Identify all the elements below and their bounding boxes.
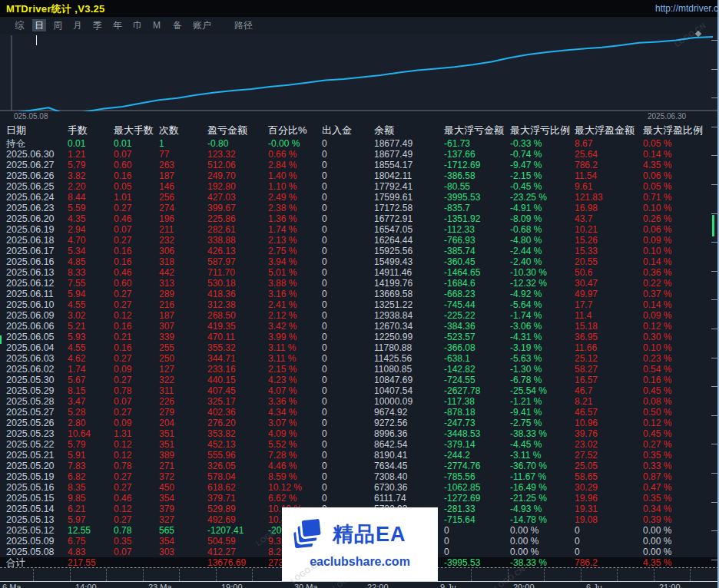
menu-item-8[interactable]: 备 (171, 19, 184, 31)
value-cell: 1.74 % (268, 224, 322, 235)
table-row[interactable]: 2025.05.305.670.27322440.154.23 %010847.… (0, 375, 719, 385)
value-cell: 233.16 (207, 364, 268, 375)
menu-item-9[interactable]: 账户 (191, 19, 214, 31)
value-cell: -61.73 (444, 138, 510, 149)
table-row[interactable]: 2025.06.275.790.60263512.062.84 %018554.… (0, 160, 719, 170)
value-cell: 306 (159, 246, 207, 256)
table-row[interactable]: 持仓0.010.011-0.80-0.00 %018677.49-61.73-0… (0, 138, 719, 149)
value-cell: 0 (322, 299, 374, 310)
menu-item-2[interactable]: 周 (51, 19, 65, 31)
date-cell: 2025.06.10 (6, 299, 68, 310)
menu-item-3[interactable]: 月 (71, 19, 84, 31)
value-cell: -1684.6 (444, 278, 510, 289)
value-cell: 0.23 % (643, 353, 719, 364)
value-cell: 226 (159, 396, 207, 407)
table-header-row: 日期手数最大手数次数盈亏金额百分比%出入金余额最大浮亏金额最大浮亏比例最大浮盈金… (0, 124, 719, 137)
table-row[interactable]: 2025.05.215.910.12389555.967.28 %08190.4… (0, 450, 719, 461)
menu-item-10[interactable]: 路径 (232, 19, 255, 31)
value-cell: 0.27 (114, 407, 159, 418)
table-row[interactable]: 2025.06.204.350.46196225.861.36 %016772.… (0, 213, 719, 224)
menu-item-5[interactable]: 年 (111, 19, 124, 31)
table-row[interactable]: 2025.05.275.280.27279402.364.34 %09674.9… (0, 407, 719, 418)
value-cell: 0 (322, 407, 374, 418)
vendor-url-link[interactable]: http://mtdriver.c (655, 3, 718, 14)
table-row[interactable]: 2025.05.196.820.27372578.048.59 %07308.4… (0, 471, 719, 482)
table-row[interactable]: 2025.06.184.700.27232338.882.13 %016264.… (0, 235, 719, 246)
column-header-11: 最大浮盈比例 (643, 124, 719, 137)
value-cell: 17792.41 (374, 181, 444, 192)
table-row[interactable]: 2025.05.168.350.27450618.6210.12 %06730.… (0, 482, 719, 493)
table-row[interactable]: 2025.06.093.020.12187268.502.12 %012938.… (0, 310, 719, 321)
value-cell: 225.86 (207, 213, 268, 224)
value-cell: 407.45 (207, 385, 268, 396)
value-cell: -14.78 % (510, 514, 575, 525)
table-row[interactable]: 2025.06.065.210.16307419.353.42 %012670.… (0, 321, 719, 332)
table-row[interactable]: 2025.05.207.830.78271326.054.46 %07634.4… (0, 461, 719, 471)
value-cell: 0 (322, 278, 374, 289)
value-cell: -16.49 % (510, 482, 575, 493)
value-cell: 402.36 (207, 407, 268, 418)
table-row[interactable]: 2025.06.115.940.27289418.363.16 %013669.… (0, 289, 719, 299)
value-cell: 354 (159, 493, 207, 504)
value-cell: 0.78 (114, 525, 159, 536)
table-row[interactable]: 2025.06.034.620.27250344.713.11 %011425.… (0, 353, 719, 364)
value-cell: 0 (322, 289, 374, 299)
table-row[interactable]: 2025.06.252.200.05146192.801.10 %017792.… (0, 181, 719, 192)
value-cell: 0 (322, 246, 374, 256)
table-row[interactable]: 2025.06.104.550.27216312.382.41 %013251.… (0, 299, 719, 310)
table-row[interactable]: 2025.06.044.550.16255355.323.11 %011780.… (0, 342, 719, 353)
value-cell: 11780.88 (374, 342, 444, 353)
value-cell: 196 (159, 213, 207, 224)
menu-item-7[interactable]: M (151, 19, 163, 31)
value-cell: 216 (159, 299, 207, 310)
table-row[interactable]: 2025.05.283.470.07226325.173.36 %010000.… (0, 396, 719, 407)
value-cell: 426.13 (207, 246, 268, 256)
value-cell: 0.50 % (643, 407, 719, 418)
value-cell: 9674.92 (374, 407, 444, 418)
value-cell: 0.46 (114, 267, 159, 278)
chart-cursor-line (36, 35, 37, 45)
value-cell: 4.35 % (643, 160, 719, 170)
menu-item-0[interactable]: 综 (12, 19, 26, 31)
value-cell: 0.27 (114, 289, 159, 299)
menu-item-6[interactable]: 巾 (131, 19, 144, 31)
right-scale-tick (711, 444, 717, 444)
value-cell: 0 (322, 450, 374, 461)
table-row[interactable]: 2025.05.159.850.46354379.716.62 %06111.7… (0, 493, 719, 504)
table-row[interactable]: 2025.06.263.820.16187249.701.40 %018042.… (0, 170, 719, 181)
value-cell: 0.66 % (268, 149, 322, 160)
table-row[interactable]: 2025.06.248.441.01256427.032.49 %017599.… (0, 192, 719, 203)
table-row[interactable]: 2025.06.192.940.07211282.611.74 %016547.… (0, 224, 719, 235)
table-row[interactable]: 2025.06.127.550.60313530.183.88 %014199.… (0, 278, 719, 289)
table-row[interactable]: 2025.06.301.210.0777123.320.66 %018677.4… (0, 149, 719, 160)
value-cell: 0.00 % (643, 536, 719, 547)
table-row[interactable]: 2025.06.138.330.46442711.705.01 %014911.… (0, 267, 719, 278)
window-title: MTDriver统计 ,V3.25 (6, 2, 105, 16)
right-scale-tick (711, 329, 717, 329)
value-cell: 12670.34 (374, 321, 444, 332)
time-axis-label: 30 Ma (294, 583, 318, 588)
date-cell: 2025.06.03 (6, 353, 68, 364)
menu-item-1[interactable]: 日 (32, 19, 46, 31)
menu-item-4[interactable]: 季 (91, 19, 104, 31)
right-scale-tick (711, 502, 717, 503)
date-cell: 2025.05.30 (6, 375, 68, 385)
value-cell: 11.54 (575, 170, 643, 181)
value-cell: -3995.53 (444, 192, 510, 203)
value-cell: -3.06 % (510, 321, 575, 332)
value-cell: 11425.56 (374, 353, 444, 364)
table-row[interactable]: 2025.05.2310.641.31351353.824.09 %08996.… (0, 428, 719, 439)
value-cell: 0.27 (114, 235, 159, 246)
table-row[interactable]: 2025.06.021.740.09127233.162.15 %011080.… (0, 364, 719, 375)
table-row[interactable]: 2025.05.225.790.12351452.135.52 %08642.5… (0, 439, 719, 450)
table-row[interactable]: 2025.05.262.800.09204276.203.07 %09272.5… (0, 418, 719, 428)
table-row[interactable]: 2025.06.055.930.21339470.113.99 %012250.… (0, 332, 719, 342)
value-cell: -247.73 (444, 418, 510, 428)
value-cell: 618.62 (207, 482, 268, 493)
table-row[interactable]: 2025.05.298.150.78311407.454.07 %010407.… (0, 385, 719, 396)
table-row[interactable]: 2025.06.235.590.27274399.672.38 %017172.… (0, 203, 719, 213)
value-cell: 0 (322, 493, 374, 504)
table-row[interactable]: 2025.06.175.340.16306426.132.75 %015925.… (0, 246, 719, 256)
table-row[interactable]: 2025.06.164.850.16318587.973.94 %015499.… (0, 256, 719, 267)
time-axis-tick (471, 569, 472, 581)
